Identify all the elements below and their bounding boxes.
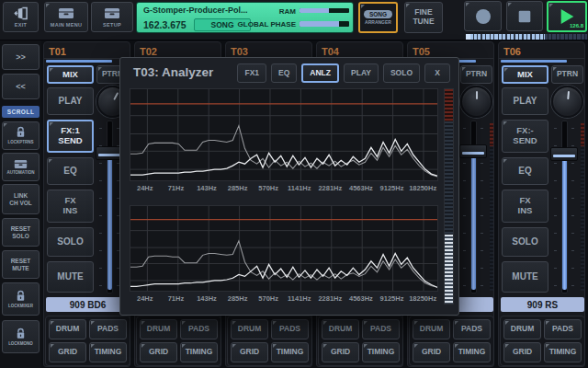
drum-button[interactable]: DRUM bbox=[322, 319, 359, 339]
fine-tune-button[interactable]: FINE TUNE bbox=[404, 2, 443, 33]
stop-button[interactable] bbox=[506, 1, 543, 31]
drum-button[interactable]: DRUM bbox=[140, 319, 177, 339]
dialog-tab-play[interactable]: PLAY bbox=[344, 63, 379, 83]
sidebar-automation-button[interactable]: AUTOMATION bbox=[2, 153, 40, 181]
ram-meter bbox=[300, 8, 349, 13]
timing-button[interactable]: TIMING bbox=[180, 342, 218, 362]
timing-button[interactable]: TIMING bbox=[89, 342, 127, 362]
spectrum-plot-top bbox=[130, 88, 438, 181]
timing-button[interactable]: TIMING bbox=[544, 342, 582, 362]
pads-button[interactable]: PADS bbox=[89, 319, 127, 339]
app-window: EXIT MAIN MENU SETUP G-Stomper-Producer-… bbox=[0, 0, 588, 368]
track-strip-T01: T01 MIX PTRN PLAY FX:1SEND EQ FXINS SOLO… bbox=[43, 41, 130, 367]
grid-button[interactable]: GRID bbox=[413, 342, 450, 362]
fader-handle[interactable] bbox=[459, 144, 487, 158]
volume-fader[interactable] bbox=[459, 121, 487, 293]
record-button[interactable] bbox=[464, 1, 502, 31]
track-tab[interactable]: T06 bbox=[499, 42, 584, 59]
play-button[interactable]: 126.8 bbox=[547, 1, 587, 32]
pattern-play-button[interactable]: PLAY bbox=[502, 87, 548, 115]
drum-button[interactable]: DRUM bbox=[503, 319, 541, 339]
drum-button[interactable]: DRUM bbox=[231, 319, 268, 339]
dialog-tab-fx1[interactable]: FX1 bbox=[237, 63, 266, 83]
fx-ins-button[interactable]: FXINS bbox=[47, 190, 94, 223]
mix-button[interactable]: MIX bbox=[47, 65, 94, 84]
sidebar-lock-mono-button[interactable]: LOCKMONO bbox=[2, 320, 40, 353]
pads-button[interactable]: PADS bbox=[453, 319, 491, 339]
grid-button[interactable]: GRID bbox=[140, 342, 177, 362]
pads-button[interactable]: PADS bbox=[180, 319, 218, 339]
ptrn-button[interactable]: PTRN bbox=[551, 65, 583, 84]
song-arranger-button[interactable]: SONG ARRANGER bbox=[358, 2, 398, 33]
sidebar-link-ch-vol-button[interactable]: LINKCH VOL bbox=[2, 184, 40, 214]
main-menu-button[interactable]: MAIN MENU bbox=[44, 2, 88, 32]
grid-button[interactable]: GRID bbox=[503, 342, 541, 362]
volume-fader[interactable] bbox=[550, 121, 578, 293]
eq-button[interactable]: EQ bbox=[47, 157, 94, 185]
timing-button[interactable]: TIMING bbox=[453, 342, 491, 362]
drawer-icon bbox=[14, 159, 28, 169]
sidebar-scroll-left-button[interactable]: << bbox=[2, 74, 40, 99]
ptrn-button[interactable]: PTRN bbox=[460, 65, 492, 84]
pad-group: DRUM PADS GRID TIMING bbox=[136, 316, 221, 366]
timing-button[interactable]: TIMING bbox=[271, 342, 309, 362]
grid-button[interactable]: GRID bbox=[49, 342, 86, 362]
pads-button[interactable]: PADS bbox=[544, 319, 582, 339]
fader-handle[interactable] bbox=[550, 147, 578, 161]
drum-button[interactable]: DRUM bbox=[49, 319, 86, 339]
ram-label: RAM bbox=[232, 7, 296, 16]
sidebar-reset-solo-button[interactable]: RESETSOLO bbox=[2, 218, 40, 247]
sidebar-label: RESETSOLO bbox=[11, 225, 31, 239]
pan-knob[interactable] bbox=[551, 86, 583, 118]
sidebar-lock-ptrns-button[interactable]: LOCKPTRNS bbox=[2, 121, 40, 150]
freq-tick-label: 71Hz bbox=[161, 294, 192, 305]
setup-button[interactable]: SETUP bbox=[91, 2, 133, 32]
sidebar-lock-mixer-button[interactable]: LOCKMIXER bbox=[2, 282, 40, 316]
pads-button[interactable]: PADS bbox=[271, 319, 309, 339]
freq-tick-label: 570Hz bbox=[253, 184, 284, 194]
timing-button[interactable]: TIMING bbox=[362, 342, 400, 362]
channel-level-meter bbox=[581, 123, 584, 291]
lock-icon bbox=[15, 328, 27, 340]
fx-ins-button[interactable]: FXINS bbox=[502, 190, 548, 223]
track-active-underline bbox=[501, 60, 567, 63]
play-icon bbox=[557, 9, 577, 24]
fader-fill bbox=[562, 159, 567, 290]
sidebar-reset-mute-button[interactable]: RESETMUTE bbox=[2, 250, 40, 279]
freq-tick-label: 18250Hz bbox=[407, 184, 438, 194]
setup-label: SETUP bbox=[103, 22, 121, 28]
knob-pointer bbox=[476, 91, 478, 99]
exit-button[interactable]: EXIT bbox=[3, 2, 39, 32]
mute-button[interactable]: MUTE bbox=[47, 261, 94, 293]
sample-name-label[interactable]: 909 BD6 bbox=[46, 297, 130, 312]
eq-button[interactable]: EQ bbox=[502, 157, 548, 185]
bpm-value: 126.8 bbox=[570, 23, 583, 29]
meter-dim-zone bbox=[445, 121, 453, 235]
mix-button[interactable]: MIX bbox=[502, 65, 548, 84]
track-id: T06 bbox=[503, 46, 521, 57]
fx-send-button[interactable]: FX:-SEND bbox=[502, 120, 548, 153]
sample-name-label[interactable]: 909 RS bbox=[501, 297, 584, 312]
fader-fill bbox=[107, 158, 112, 290]
fx-send-button[interactable]: FX:1SEND bbox=[47, 120, 94, 153]
sidebar-scroll-right-button[interactable]: >> bbox=[2, 44, 40, 70]
dialog-tab-anlz[interactable]: ANLZ bbox=[301, 63, 339, 83]
dialog-tab-solo[interactable]: SOLO bbox=[383, 63, 420, 83]
knob-pointer bbox=[567, 91, 570, 99]
song-progress-bar[interactable] bbox=[466, 34, 587, 40]
pattern-play-button[interactable]: PLAY bbox=[47, 87, 94, 115]
track-tab[interactable]: T01 bbox=[44, 42, 130, 59]
progress-marker bbox=[466, 34, 470, 40]
dialog-tab-eq[interactable]: EQ bbox=[271, 63, 297, 83]
grid-button[interactable]: GRID bbox=[231, 342, 268, 362]
mute-button[interactable]: MUTE bbox=[502, 261, 548, 293]
solo-button[interactable]: SOLO bbox=[47, 227, 94, 257]
topbar: EXIT MAIN MENU SETUP G-Stomper-Producer-… bbox=[0, 0, 588, 40]
main-menu-label: MAIN MENU bbox=[51, 22, 82, 28]
solo-button[interactable]: SOLO bbox=[502, 227, 548, 257]
drum-button[interactable]: DRUM bbox=[413, 319, 450, 339]
pads-button[interactable]: PADS bbox=[362, 319, 400, 339]
pan-knob[interactable] bbox=[460, 86, 492, 118]
grid-button[interactable]: GRID bbox=[322, 342, 359, 362]
dialog-close-button[interactable]: X bbox=[424, 63, 450, 83]
